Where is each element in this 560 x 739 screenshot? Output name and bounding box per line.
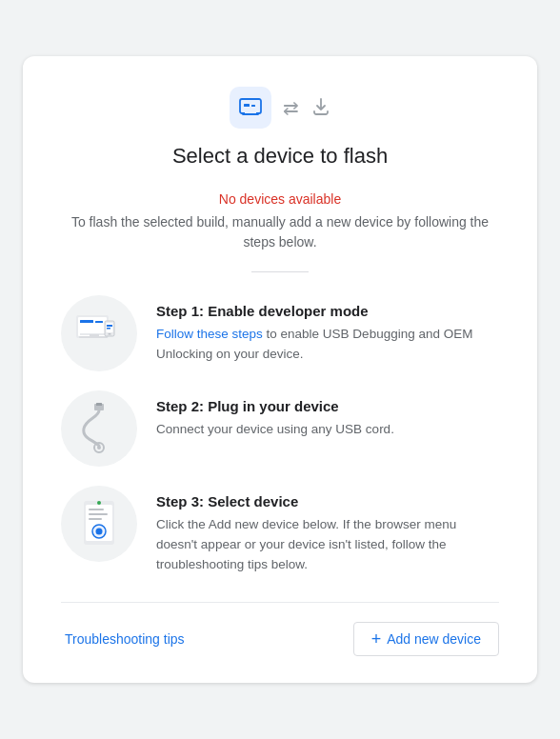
step-2-body: Connect your device using any USB cord. bbox=[156, 420, 499, 440]
step-3: Step 3: Select device Click the Add new … bbox=[61, 486, 499, 575]
transfer-icon: ⇄ bbox=[283, 98, 299, 117]
svg-rect-9 bbox=[79, 336, 108, 338]
svg-rect-10 bbox=[80, 320, 93, 323]
add-device-label: Add new device bbox=[387, 631, 481, 647]
header-icons: ⇄ bbox=[61, 87, 499, 129]
step-2-icon bbox=[61, 390, 137, 467]
follow-steps-link[interactable]: Follow these steps bbox=[156, 327, 263, 341]
device-icon-wrapper bbox=[230, 87, 271, 129]
svg-point-20 bbox=[97, 446, 101, 449]
step-3-title: Step 3: Select device bbox=[156, 493, 499, 509]
page-title: Select a device to flash bbox=[61, 144, 499, 169]
plus-icon: + bbox=[371, 630, 382, 648]
svg-rect-25 bbox=[89, 513, 108, 515]
step-2-title: Step 2: Plug in your device bbox=[156, 398, 499, 414]
status-description: To flash the selected build, manually ad… bbox=[61, 212, 499, 252]
step-3-icon bbox=[61, 486, 137, 562]
svg-rect-24 bbox=[89, 509, 104, 510]
svg-rect-15 bbox=[107, 325, 112, 327]
step-1-body: Follow these steps to enable USB Debuggi… bbox=[156, 325, 499, 365]
add-new-device-button[interactable]: + Add new device bbox=[353, 622, 499, 656]
error-message: No devices available bbox=[61, 191, 499, 207]
step-2: Step 2: Plug in your device Connect your… bbox=[61, 390, 499, 467]
select-device-illustration bbox=[67, 491, 131, 556]
usb-cable-illustration bbox=[67, 396, 131, 461]
section-divider bbox=[251, 271, 309, 272]
troubleshooting-tips-button[interactable]: Troubleshooting tips bbox=[61, 624, 189, 654]
monitor-icon bbox=[237, 94, 264, 121]
svg-point-23 bbox=[97, 501, 101, 505]
svg-rect-11 bbox=[95, 321, 103, 323]
svg-rect-14 bbox=[109, 333, 111, 335]
svg-rect-26 bbox=[89, 518, 102, 520]
svg-point-28 bbox=[96, 529, 103, 535]
step-1: Step 1: Enable developer mode Follow the… bbox=[61, 295, 499, 371]
svg-rect-16 bbox=[107, 328, 110, 330]
step-1-content: Step 1: Enable developer mode Follow the… bbox=[156, 295, 499, 365]
step-1-icon bbox=[61, 295, 137, 371]
download-icon bbox=[310, 96, 331, 120]
step-1-title: Step 1: Enable developer mode bbox=[156, 303, 499, 319]
svg-rect-0 bbox=[240, 99, 261, 113]
svg-rect-3 bbox=[244, 104, 250, 107]
step-2-content: Step 2: Plug in your device Connect your… bbox=[156, 390, 499, 440]
svg-rect-4 bbox=[251, 105, 255, 107]
step-3-content: Step 3: Select device Click the Add new … bbox=[156, 486, 499, 575]
developer-mode-illustration bbox=[67, 308, 131, 359]
step-3-body: Click the Add new device below. If the b… bbox=[156, 515, 499, 575]
footer: Troubleshooting tips + Add new device bbox=[61, 602, 499, 656]
svg-rect-18 bbox=[96, 403, 102, 406]
svg-rect-1 bbox=[245, 111, 256, 113]
steps-list: Step 1: Enable developer mode Follow the… bbox=[61, 295, 499, 575]
main-card: ⇄ Select a device to flash No devices av… bbox=[23, 56, 537, 683]
